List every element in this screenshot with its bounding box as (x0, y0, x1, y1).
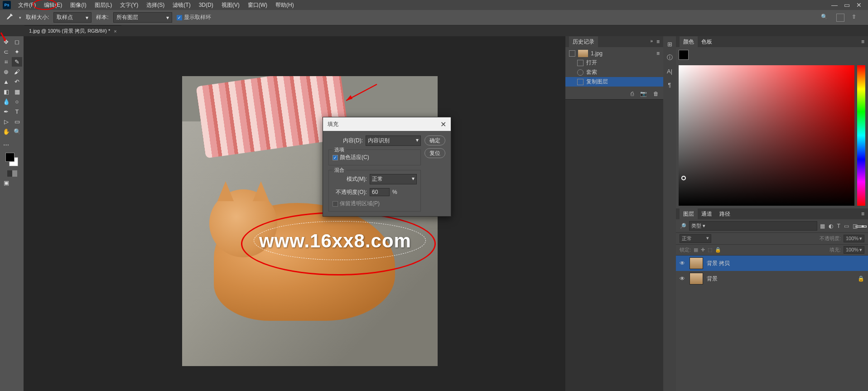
ok-button[interactable]: 确定 (424, 135, 445, 145)
lasso-tool-icon[interactable]: ⊂ (1, 47, 11, 57)
hand-tool-icon[interactable]: ✋ (1, 127, 11, 136)
eye-icon[interactable]: 👁 (680, 260, 686, 266)
crop-tool-icon[interactable]: ⌗ (1, 57, 11, 67)
color-swatch[interactable] (5, 153, 18, 166)
workspace-icon[interactable] (836, 14, 844, 22)
layer-item[interactable]: 👁 背景 🔒 (676, 271, 868, 286)
magic-wand-tool-icon[interactable]: ✦ (12, 47, 22, 57)
layer-opacity-select[interactable]: 100%▾ (844, 235, 864, 242)
reset-button[interactable]: 复位 (424, 148, 445, 158)
menu-file[interactable]: 文件(F) (14, 0, 39, 10)
close-icon[interactable]: ✕ (440, 120, 446, 129)
eye-icon[interactable]: 👁 (680, 275, 686, 282)
lock-pixels-icon[interactable]: ▦ (694, 247, 698, 253)
filter-text-icon[interactable]: T (837, 223, 840, 229)
screen-mode-icon[interactable]: ▣ (1, 178, 11, 188)
color-field[interactable] (679, 65, 854, 206)
menu-help[interactable]: 帮助(H) (272, 0, 298, 10)
search-icon[interactable]: 🔍 (821, 14, 829, 22)
dodge-tool-icon[interactable]: ○ (12, 97, 22, 106)
stamp-tool-icon[interactable]: ▲ (1, 77, 11, 87)
document-tab[interactable]: 1.jpg @ 100% (背景 拷贝, RGB/8#) * × (24, 25, 121, 36)
eraser-tool-icon[interactable]: ◧ (1, 87, 11, 97)
trash-icon[interactable]: 🗑 (653, 91, 659, 97)
menu-type[interactable]: 文字(Y) (116, 0, 142, 10)
sample-size-select[interactable]: 取样点▾ (53, 12, 92, 23)
foreground-color[interactable] (5, 153, 14, 162)
marquee-tool-icon[interactable]: ◻ (12, 37, 22, 47)
layer-item[interactable]: 👁 背景 拷贝 (676, 256, 868, 271)
dialog-titlebar[interactable]: 填充 ✕ (323, 117, 451, 131)
color-tab[interactable]: 颜色 (680, 36, 698, 48)
menu-window[interactable]: 窗口(W) (244, 0, 271, 10)
hue-slider[interactable] (857, 65, 865, 206)
preserve-trans-checkbox[interactable]: 保留透明区域(P) (333, 200, 417, 208)
panel-menu-icon[interactable]: ≡ (861, 39, 864, 45)
opacity-input[interactable] (370, 188, 390, 196)
panel-menu-icon[interactable]: ≡ (861, 211, 864, 217)
move-tool-icon[interactable]: ✥ (1, 37, 11, 47)
share-icon[interactable]: ⇧ (852, 14, 860, 22)
close-icon[interactable]: × (114, 29, 116, 34)
chevron-down-icon[interactable]: ▾ (19, 15, 21, 20)
eyedropper-tool-icon[interactable]: ✎ (12, 57, 22, 67)
history-tab[interactable]: 历史记录 (569, 36, 598, 48)
sample-select[interactable]: 所有图层▾ (113, 12, 172, 23)
gradient-tool-icon[interactable]: ▦ (12, 87, 22, 97)
filter-shape-icon[interactable]: ▭ (844, 223, 849, 229)
snapshot-icon[interactable]: 📷 (640, 91, 647, 97)
mode-select[interactable]: 正常▾ (370, 174, 417, 184)
brush-tool-icon[interactable]: 🖌 (12, 67, 22, 77)
show-ring-checkbox[interactable]: ✓显示取样环 (177, 14, 211, 21)
swatches-tab[interactable]: 色板 (698, 36, 716, 48)
panel-menu-icon[interactable]: ≡ (656, 39, 660, 45)
history-item[interactable]: 套索 (565, 68, 663, 77)
zoom-tool-icon[interactable]: 🔍 (12, 127, 22, 136)
filter-adjust-icon[interactable]: ◐ (829, 223, 833, 229)
channels-tab[interactable]: 通道 (698, 208, 716, 220)
menu-layer[interactable]: 图层(L) (91, 0, 116, 10)
quickmask-icon[interactable] (7, 170, 17, 177)
guide-icon[interactable]: ⊞ (665, 40, 674, 48)
character-icon[interactable]: A| (665, 67, 674, 75)
menu-select[interactable]: 选择(S) (143, 0, 168, 10)
menu-filter[interactable]: 滤镜(T) (169, 0, 194, 10)
color-swatch-icon[interactable] (679, 50, 689, 60)
lock-position-icon[interactable]: ✚ (701, 247, 705, 253)
history-item[interactable]: 打开 (565, 58, 663, 68)
content-select[interactable]: 内容识别▾ (366, 135, 421, 146)
text-tool-icon[interactable]: T (12, 107, 22, 116)
shape-tool-icon[interactable]: ▭ (12, 117, 22, 126)
path-tool-icon[interactable]: ▷ (1, 117, 11, 126)
panel-menu-icon[interactable]: ≡ (656, 50, 660, 57)
window-restore-icon[interactable]: ▭ (844, 1, 850, 9)
layer-filter-select[interactable]: 类型 ▾ (689, 221, 817, 231)
history-item[interactable]: 复制图层 (565, 77, 663, 87)
layer-fill-select[interactable]: 100%▾ (844, 246, 864, 254)
collapse-icon[interactable]: » (650, 39, 653, 45)
menu-edit[interactable]: 编辑(E) (40, 0, 66, 10)
window-minimize-icon[interactable]: — (831, 1, 838, 9)
menu-3d[interactable]: 3D(D) (195, 0, 217, 10)
lock-artboard-icon[interactable]: ⬚ (708, 247, 712, 253)
menu-image[interactable]: 图像(I) (67, 0, 90, 10)
eyedropper-tool-icon[interactable] (5, 13, 14, 23)
canvas[interactable]: www.16xx8.com 填充 ✕ 内容(D): 内容识别▾ (24, 36, 565, 391)
color-adapt-checkbox[interactable]: ✓颜色适应(C) (333, 154, 417, 161)
info-icon[interactable]: ⓘ (665, 53, 674, 62)
healing-tool-icon[interactable]: ⊕ (1, 67, 11, 77)
paths-tab[interactable]: 路径 (716, 208, 734, 220)
new-doc-icon[interactable]: ⎙ (631, 91, 634, 97)
filter-pixel-icon[interactable]: ▦ (820, 223, 825, 229)
edit-toolbar-icon[interactable]: ⋯ (1, 140, 11, 150)
window-close-icon[interactable]: ✕ (856, 1, 862, 9)
pen-tool-icon[interactable]: ✒ (1, 107, 11, 116)
blur-tool-icon[interactable]: 💧 (1, 97, 11, 106)
layers-tab[interactable]: 图层 (680, 208, 698, 220)
lock-all-icon[interactable]: 🔒 (715, 247, 721, 253)
history-brush-tool-icon[interactable]: ↶ (12, 77, 22, 87)
menu-view[interactable]: 视图(V) (218, 0, 243, 10)
paragraph-icon[interactable]: ¶ (665, 81, 674, 89)
blend-mode-select[interactable]: 正常▾ (680, 234, 711, 243)
history-source[interactable]: 1.jpg ≡ (565, 49, 663, 58)
